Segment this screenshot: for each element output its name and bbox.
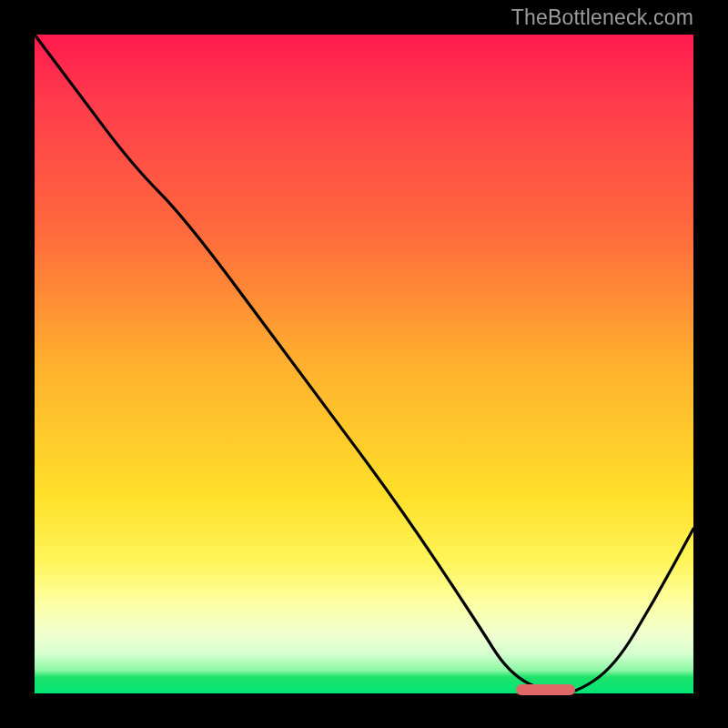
watermark-text: TheBottleneck.com (511, 5, 693, 30)
bottleneck-curve-svg (35, 35, 693, 693)
chart-frame: TheBottleneck.com (0, 0, 728, 728)
optimum-marker (516, 684, 575, 695)
bottleneck-curve (35, 35, 693, 693)
